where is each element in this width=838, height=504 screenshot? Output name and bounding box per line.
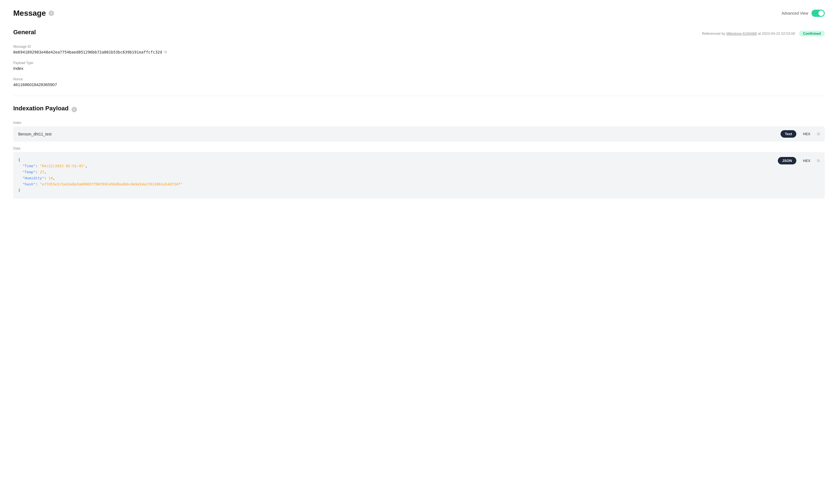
general-section-header: General Referenced by Milestone 6240489 … bbox=[13, 29, 825, 38]
page-title-row: Message i bbox=[13, 9, 54, 18]
advanced-view-toggle[interactable] bbox=[811, 10, 825, 17]
payload-type-value: Index bbox=[13, 66, 825, 71]
hex-format-button[interactable]: HEX bbox=[799, 130, 815, 138]
general-section: General Referenced by Milestone 6240489 … bbox=[13, 29, 825, 87]
page-header: Message i Advanced View bbox=[13, 9, 825, 18]
page-info-icon[interactable]: i bbox=[49, 11, 54, 16]
json-line-4: "hash": "e77d55e1c5a24a8a3a60903ff087b91… bbox=[18, 181, 182, 187]
reference-info: Referenced by Milestone 6240489 at 2023-… bbox=[702, 31, 825, 36]
indexation-payload-section: Indexation Payload i Index Benson_dht11_… bbox=[13, 105, 825, 199]
message-id-label: Message ID bbox=[13, 45, 825, 49]
payload-section-title: Indexation Payload bbox=[13, 105, 69, 112]
data-format-buttons: JSON HEX ⧉ bbox=[778, 157, 820, 164]
data-field-group: Data { "Time": "04/22/2023 02:52:45", "T… bbox=[13, 146, 825, 199]
nonce-value: 4611686018428365907 bbox=[13, 82, 825, 87]
confirmed-badge: Confirmed bbox=[799, 31, 825, 36]
json-line-5: } bbox=[18, 187, 182, 193]
section-divider bbox=[13, 96, 825, 96]
hex-format-button-2[interactable]: HEX bbox=[799, 157, 815, 164]
json-format-button[interactable]: JSON bbox=[778, 157, 796, 164]
payload-type-group: Payload Type Index bbox=[13, 61, 825, 71]
json-line-1: "Time": "04/22/2023 02:52:45", bbox=[18, 163, 182, 169]
index-format-buttons: Text HEX ⧉ bbox=[781, 130, 820, 138]
index-label: Index bbox=[13, 121, 825, 125]
json-line-0: { bbox=[18, 157, 182, 163]
index-field-group: Index Benson_dht11_test Text HEX ⧉ bbox=[13, 121, 825, 142]
advanced-view-label: Advanced View bbox=[782, 11, 808, 15]
milestone-timestamp: at 2023-04-22 02:53:00 bbox=[758, 32, 795, 36]
payload-type-label: Payload Type bbox=[13, 61, 825, 65]
data-box: { "Time": "04/22/2023 02:52:45", "Temp":… bbox=[13, 152, 825, 199]
milestone-link[interactable]: Milestone 6240489 bbox=[727, 32, 757, 36]
data-label: Data bbox=[13, 146, 825, 150]
payload-info-icon[interactable]: i bbox=[71, 107, 77, 112]
text-format-button[interactable]: Text bbox=[781, 130, 797, 138]
data-copy-button[interactable]: ⧉ bbox=[817, 158, 820, 163]
json-content: { "Time": "04/22/2023 02:52:45", "Temp":… bbox=[18, 157, 182, 194]
referenced-prefix: Referenced by bbox=[702, 32, 726, 36]
json-line-3: "Humidity": 14, bbox=[18, 175, 182, 181]
message-id-group: Message ID 0e6941892903e48e42ea7754baed0… bbox=[13, 45, 825, 54]
message-id-value: 0e6941892903e48e42ea7754baed051296bb72a0… bbox=[13, 50, 825, 54]
page-title: Message bbox=[13, 9, 46, 18]
payload-title-row: Indexation Payload i bbox=[13, 105, 825, 114]
nonce-label: Nonce bbox=[13, 77, 825, 81]
index-value: Benson_dht11_test bbox=[18, 132, 52, 136]
index-box: Benson_dht11_test Text HEX ⧉ bbox=[13, 126, 825, 142]
general-section-title: General bbox=[13, 29, 36, 36]
advanced-view-row: Advanced View bbox=[782, 10, 825, 17]
index-copy-button[interactable]: ⧉ bbox=[817, 131, 820, 136]
json-line-2: "Temp": 27, bbox=[18, 169, 182, 175]
nonce-group: Nonce 4611686018428365907 bbox=[13, 77, 825, 87]
message-id-copy-icon[interactable]: ⧉ bbox=[164, 50, 167, 54]
